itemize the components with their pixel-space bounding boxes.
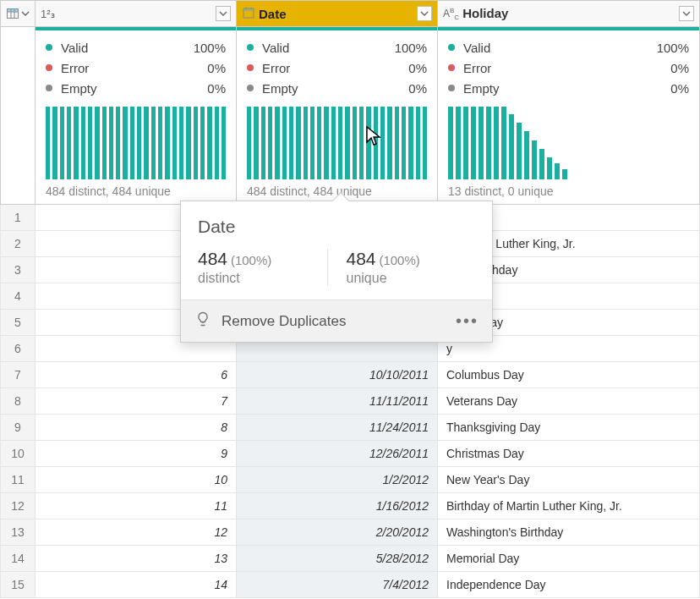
cell-holiday[interactable]: Veterans Day xyxy=(438,388,700,415)
row-number[interactable]: 3 xyxy=(0,257,36,283)
quality-bar xyxy=(237,27,437,30)
svg-rect-6 xyxy=(243,8,254,11)
quality-valid: Valid100% xyxy=(247,37,427,58)
column-filter-button[interactable] xyxy=(417,6,432,21)
cell-index[interactable]: 6 xyxy=(36,362,237,388)
quality-empty: Empty0% xyxy=(46,78,226,98)
cell-holiday[interactable]: Washington's Birthday xyxy=(438,519,700,546)
cell-date[interactable]: 5/28/2012 xyxy=(237,546,438,572)
lightbulb-icon xyxy=(194,310,211,332)
row-number[interactable]: 9 xyxy=(0,415,36,441)
remove-duplicates-label: Remove Duplicates xyxy=(221,313,346,330)
row-number[interactable]: 7 xyxy=(0,362,36,388)
quality-bar xyxy=(36,27,236,30)
quality-error: Error0% xyxy=(448,58,689,78)
column-filter-button[interactable] xyxy=(679,6,694,21)
cell-date[interactable]: 10/10/2011 xyxy=(237,362,438,388)
cell-index[interactable]: 9 xyxy=(36,441,237,467)
column-header-c3[interactable]: ABCHoliday xyxy=(438,0,700,27)
svg-rect-4 xyxy=(8,9,19,13)
empty-dot-icon xyxy=(46,85,52,91)
column-name: Date xyxy=(259,7,287,21)
select-all-corner[interactable] xyxy=(0,0,36,27)
cell-holiday[interactable]: Columbus Day xyxy=(438,362,700,388)
popup-unique-stat: 484 (100%) unique xyxy=(327,249,476,286)
row-number[interactable]: 2 xyxy=(0,231,36,257)
quality-empty: Empty0% xyxy=(247,78,427,98)
popup-distinct-stat: 484 (100%) distinct xyxy=(198,249,327,286)
more-options-icon[interactable]: ••• xyxy=(456,311,479,331)
row-number[interactable]: 8 xyxy=(0,388,36,415)
row-number[interactable]: 10 xyxy=(0,441,36,467)
valid-dot-icon xyxy=(448,44,455,51)
quality-valid: Valid100% xyxy=(448,37,689,58)
cell-index[interactable]: 8 xyxy=(36,415,237,441)
row-number[interactable]: 12 xyxy=(0,493,36,519)
cell-index[interactable]: 14 xyxy=(36,572,237,598)
type-icon: ABC xyxy=(443,5,459,21)
error-dot-icon xyxy=(46,64,52,71)
column-quality-c1[interactable]: Valid100%Error0%Empty0%484 distinct, 484… xyxy=(36,27,237,205)
column-header-c2[interactable]: Date xyxy=(237,0,438,27)
number-type-icon: 1²₃ xyxy=(41,8,55,20)
quality-error: Error0% xyxy=(247,58,427,78)
row-number[interactable]: 11 xyxy=(0,467,36,493)
cell-holiday[interactable]: Christmas Day xyxy=(438,441,700,467)
table-icon xyxy=(6,7,19,20)
quality-bar xyxy=(438,27,699,30)
column-name: Holiday xyxy=(462,6,508,20)
remove-duplicates-action[interactable]: Remove Duplicates ••• xyxy=(181,300,492,342)
cell-index[interactable]: 10 xyxy=(36,467,237,493)
error-dot-icon xyxy=(247,64,254,71)
cell-date[interactable]: 12/26/2011 xyxy=(237,441,438,467)
cell-index[interactable]: 13 xyxy=(36,546,237,572)
valid-dot-icon xyxy=(46,44,52,51)
cell-holiday[interactable]: New Year's Day xyxy=(438,467,700,493)
quality-error: Error0% xyxy=(46,58,226,78)
quality-empty: Empty0% xyxy=(448,78,689,98)
row-number[interactable]: 5 xyxy=(0,310,36,336)
row-number[interactable]: 1 xyxy=(0,205,36,231)
quality-valid: Valid100% xyxy=(46,37,226,58)
column-quality-c2[interactable]: Valid100%Error0%Empty0%484 distinct, 484… xyxy=(237,27,438,205)
popup-title: Date xyxy=(198,217,475,237)
column-filter-button[interactable] xyxy=(216,6,231,21)
calendar-icon xyxy=(242,6,255,22)
cell-date[interactable]: 1/2/2012 xyxy=(237,467,438,493)
row-number[interactable]: 6 xyxy=(0,336,36,362)
row-number[interactable]: 15 xyxy=(0,572,36,598)
cell-date[interactable]: 11/11/2011 xyxy=(237,388,438,415)
cell-index[interactable]: 11 xyxy=(36,493,237,519)
cell-holiday[interactable]: Thanksgiving Day xyxy=(438,415,700,441)
empty-dot-icon xyxy=(247,85,254,91)
column-profile-popup: Date 484 (100%) distinct 484 (100%) uniq… xyxy=(180,201,493,343)
distribution-chart xyxy=(247,107,427,179)
cell-holiday[interactable]: Birthday of Martin Luther King, Jr. xyxy=(438,493,700,519)
chevron-down-icon xyxy=(21,7,30,20)
distinct-summary: 484 distinct, 484 unique xyxy=(46,184,226,198)
row-number[interactable]: 4 xyxy=(0,283,36,310)
cell-date[interactable]: 1/16/2012 xyxy=(237,493,438,519)
error-dot-icon xyxy=(448,64,455,71)
column-quality-c3[interactable]: Valid100%Error0%Empty0%13 distinct, 0 un… xyxy=(438,27,700,205)
empty-dot-icon xyxy=(448,85,455,91)
cell-holiday[interactable]: Independence Day xyxy=(438,572,700,598)
quality-row-gutter xyxy=(0,27,36,205)
cell-holiday[interactable]: Memorial Day xyxy=(438,546,700,572)
cell-date[interactable]: 11/24/2011 xyxy=(237,415,438,441)
valid-dot-icon xyxy=(247,44,254,51)
distinct-summary: 13 distinct, 0 unique xyxy=(448,184,689,198)
column-header-c1[interactable]: 1²₃ xyxy=(36,0,237,27)
cell-index[interactable]: 12 xyxy=(36,519,237,546)
cell-index[interactable]: 7 xyxy=(36,388,237,415)
row-number[interactable]: 14 xyxy=(0,546,36,572)
cell-date[interactable]: 7/4/2012 xyxy=(237,572,438,598)
distribution-chart xyxy=(448,107,689,179)
row-number[interactable]: 13 xyxy=(0,519,36,546)
cell-date[interactable]: 2/20/2012 xyxy=(237,519,438,546)
distribution-chart xyxy=(46,107,226,179)
